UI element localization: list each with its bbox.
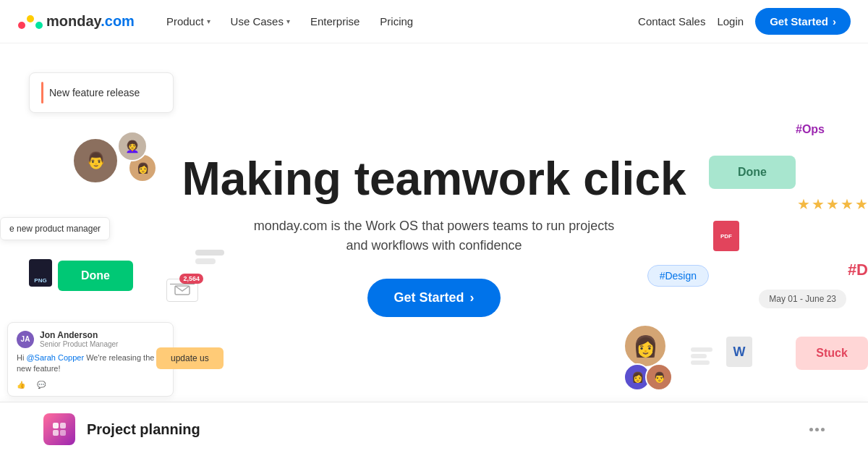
pdf-file-icon: PDF: [713, 221, 739, 251]
hero-title: Making teamwork click: [182, 153, 686, 204]
team-avatars-left: 👨 👩‍🦱 👩: [72, 138, 157, 184]
contact-sales-link[interactable]: Contact Sales: [638, 15, 705, 28]
navigation: monday.com Product ▾ Use Cases ▾ Enterpr…: [0, 0, 868, 43]
login-link[interactable]: Login: [717, 15, 744, 28]
done-card-right: Done: [709, 156, 796, 189]
nav-item-use-cases[interactable]: Use Cases ▾: [222, 9, 299, 33]
team-avatar-sub: 👩 👨: [624, 363, 673, 391]
star-rating: ★ ★ ★ ★ ★: [797, 195, 868, 213]
dot-2: [815, 428, 819, 431]
comment-card: JA Jon Anderson Senior Product Manager H…: [7, 322, 174, 397]
star-2: ★: [812, 195, 825, 213]
name-tag-label: e new product manager: [0, 217, 110, 240]
feature-bar-accent: [41, 82, 43, 104]
star-5: ★: [855, 195, 868, 213]
nav-item-enterprise[interactable]: Enterprise: [302, 9, 368, 33]
svg-rect-5: [60, 423, 66, 428]
update-button[interactable]: update us: [156, 347, 224, 369]
more-options-button[interactable]: [809, 428, 825, 431]
chevron-down-icon: ▾: [286, 17, 290, 25]
d-hashtag: #D: [848, 261, 868, 279]
svg-point-0: [18, 22, 25, 29]
svg-rect-7: [60, 430, 66, 436]
dot-3: [821, 428, 825, 431]
notification-badge: 2,564: [179, 274, 203, 284]
team-avatar-main: 👩: [624, 324, 667, 368]
comment-text: Hi @Sarah Copper We're releasing the new…: [17, 352, 164, 375]
bottom-section: Project planning: [0, 402, 868, 456]
nav-links: Product ▾ Use Cases ▾ Enterprise Pricing: [158, 9, 638, 33]
svg-rect-6: [53, 430, 59, 436]
chat-lines: [195, 250, 224, 264]
chevron-down-icon: ▾: [207, 17, 210, 25]
team-avatars-right: 👩 👩 👨: [624, 324, 673, 391]
star-3: ★: [826, 195, 839, 213]
new-feature-text: New feature release: [49, 87, 140, 98]
avatar-main: 👨: [72, 138, 119, 184]
team-avatar-sm-2: 👨: [645, 363, 673, 391]
design-tag: #Design: [647, 265, 709, 287]
nav-item-pricing[interactable]: Pricing: [371, 9, 422, 33]
svg-point-1: [27, 15, 34, 22]
nav-item-product[interactable]: Product ▾: [158, 9, 219, 33]
svg-rect-4: [53, 423, 59, 428]
word-file-icon: W: [726, 337, 752, 367]
ops-tag: #Ops: [796, 123, 825, 136]
date-range-label: May 01 - June 23: [759, 290, 846, 308]
get-started-nav-button[interactable]: Get Started ›: [755, 8, 851, 35]
star-4: ★: [841, 195, 854, 213]
comment-user-info: JA Jon Anderson Senior Product Manager: [17, 330, 164, 348]
new-feature-banner: New feature release: [29, 72, 174, 113]
hero-section: New feature release 👨 👩‍🦱 👩 e new produc…: [0, 43, 868, 413]
arrow-icon: ›: [833, 15, 836, 28]
dot-1: [809, 428, 813, 431]
svg-point-2: [35, 22, 43, 29]
mention-link: @Sarah Copper: [26, 353, 84, 362]
arrow-icon-hero: ›: [470, 290, 475, 305]
comment-avatar: JA: [17, 331, 34, 348]
comment-reactions: 👍 💬: [17, 381, 164, 389]
comment-user-details: Jon Anderson Senior Product Manager: [40, 330, 118, 348]
email-icon: 2,564: [166, 279, 198, 302]
nav-right: Contact Sales Login Get Started ›: [638, 8, 851, 35]
hero-subtitle: monday.com is the Work OS that powers te…: [246, 216, 622, 256]
email-icon-wrapper: 2,564: [166, 279, 198, 302]
png-file-icon: PNG: [29, 259, 52, 287]
bottom-title: Project planning: [87, 421, 200, 438]
logo-text: monday.com: [46, 13, 135, 30]
done-button-left[interactable]: Done: [58, 261, 133, 291]
stuck-card: Stuck: [796, 337, 868, 370]
get-started-hero-button[interactable]: Get Started ›: [367, 279, 500, 317]
avatar-top: 👩‍🦱: [117, 131, 148, 161]
bottom-icon: [43, 413, 75, 445]
chat-icon-right: [691, 347, 712, 365]
star-1: ★: [797, 195, 810, 213]
logo[interactable]: monday.com: [17, 13, 135, 30]
